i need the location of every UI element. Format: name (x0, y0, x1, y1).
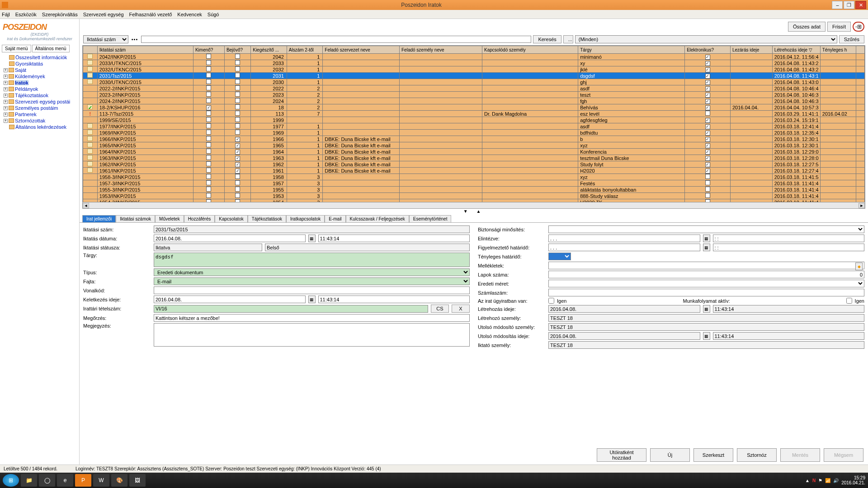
detail-tab[interactable]: Tájékoztatások (248, 215, 286, 222)
col-header[interactable]: Lezárás ideje (730, 46, 772, 54)
table-row[interactable]: 1964/INKP/2015✓19641DBKE: Duna Bicske kf… (83, 149, 865, 155)
table-row[interactable]: 2030/UTKNC/201520301ghj✓2016.04.08. 11:4… (83, 79, 865, 85)
table-row[interactable]: 2032/UTKNC/201520321jklé✓2016.04.08. 11:… (83, 66, 865, 73)
tree-label[interactable]: Küldemények (15, 74, 45, 79)
table-row[interactable]: 1969/INKP/201519691bdfhidtu✓2016.03.18. … (83, 130, 865, 136)
expand-icon[interactable]: + (4, 75, 8, 79)
megjegyzes-field[interactable] (154, 323, 470, 347)
storno-button[interactable]: Sztornóz (737, 448, 777, 462)
menu-szervezeti egység[interactable]: Szervezeti egység (83, 12, 124, 17)
table-row[interactable]: 18-2/KSHUP/2016✓182Behívás✓2016.04.04.20… (83, 104, 865, 111)
expand-icon[interactable]: + (4, 81, 8, 85)
pin-button[interactable]: -⊞ (853, 22, 864, 32)
menu-kedvencek[interactable]: Kedvencek (177, 12, 202, 17)
calendar-icon[interactable]: ▦ (703, 305, 710, 313)
table-row[interactable]: 2023-2/INKP/201520232teszt✓2016.04.08. 1… (83, 92, 865, 98)
table-row[interactable]: 1965/INKP/2015✓19651DBKE: Duna Bicske kf… (83, 142, 865, 149)
table-row[interactable]: 1966/INKP/2015✓19661DBKE: Duna Bicske kf… (83, 136, 865, 142)
table-row[interactable]: 1957-3/INKP/201519573Festés2016.03.18. 1… (83, 180, 865, 187)
tree-node[interactable]: +Szervezeti egység postái (2, 99, 77, 105)
figyelmezt-date[interactable] (548, 244, 700, 251)
table-row[interactable]: 2031/Tsz/201520311dsgdsf✓2016.04.08. 11:… (83, 73, 865, 79)
col-header[interactable]: Feladó személy neve (400, 46, 482, 54)
tab-sajat-menu[interactable]: Saját menü (2, 45, 31, 52)
refresh-button[interactable]: Frissít (827, 22, 851, 32)
detail-tab[interactable]: Irat jellemzői (82, 215, 116, 222)
col-header[interactable]: Tárgy (578, 46, 685, 54)
tree-label[interactable]: Saját (15, 67, 26, 73)
tree-node[interactable]: +Küldemények (2, 73, 77, 80)
tree-node[interactable]: +Tájékoztatások (2, 92, 77, 99)
elintezve-date[interactable] (548, 235, 700, 242)
menu-fájl[interactable]: Fájl (2, 12, 10, 17)
col-header[interactable]: Iktatási szám (97, 46, 193, 54)
mellekletek-field[interactable]: ◆ (548, 262, 864, 269)
grid-scrollbar[interactable]: ◄ ► (83, 202, 865, 208)
table-row[interactable]: !113-7/Tsz/20151137Dr. Dank Magdolnaesz … (83, 111, 865, 117)
lapok-field[interactable] (548, 271, 864, 278)
edit-button[interactable]: Szerkeszt (693, 448, 733, 462)
tb-explorer[interactable]: 📁 (21, 474, 37, 487)
tree-node[interactable]: +Sztornózottak (2, 117, 77, 124)
table-row[interactable]: 2033/UTKNC/201520331xy✓2016.04.08. 11:43… (83, 60, 865, 66)
megorzes-field[interactable] (154, 314, 470, 322)
maximize-button[interactable]: ❐ (844, 1, 854, 9)
calendar-icon[interactable]: ▦ (703, 235, 710, 242)
tab-altalanos-menu[interactable]: Általános menü (32, 45, 70, 52)
tree-label[interactable]: Sztornózottak (15, 118, 45, 123)
expand-icon[interactable]: + (4, 87, 8, 91)
tree-node[interactable]: +Példányok (2, 86, 77, 92)
keletkezes-ido-field[interactable] (318, 296, 470, 303)
tb-chrome[interactable]: ◯ (39, 474, 55, 487)
detail-tab[interactable]: Eseménytörténet (409, 215, 452, 222)
tree-label[interactable]: Személyes postáim (15, 105, 58, 111)
table-row[interactable]: 1955-3/INKP/201519553aláiktatás bonyolul… (83, 187, 865, 193)
splitter-arrows[interactable]: ▼ ▲ (80, 209, 868, 214)
filter-button[interactable]: Szűrés (839, 35, 864, 43)
vonalkod-field[interactable] (154, 286, 470, 294)
tray-n-icon[interactable]: N (812, 478, 816, 483)
table-row[interactable]: 2022-2/INKP/201520222asdf✓2016.04.08. 10… (83, 85, 865, 92)
tb-poszeidon[interactable]: P (75, 474, 91, 487)
tree-node[interactable]: Összesített információk (2, 54, 77, 61)
tb-photos[interactable]: 🖼 (129, 474, 146, 487)
table-header[interactable]: Iktatási számKimenő?Bejövő?Kiegészítő ..… (83, 46, 865, 54)
all-data-button[interactable]: Összes adat (788, 22, 826, 32)
detail-tab[interactable]: Műveletek (155, 215, 184, 222)
tree-node[interactable]: +Iratok (2, 80, 77, 86)
close-button[interactable]: ✕ (855, 1, 866, 9)
col-header[interactable]: Alszám 2-től (287, 46, 323, 54)
col-header[interactable]: Kiegészítő ... (251, 46, 287, 54)
table-row[interactable]: 2042/INKP/201520421minimanó✓2016.04.12. … (83, 54, 865, 60)
expand-icon[interactable]: + (4, 100, 8, 104)
start-button[interactable]: ⊞ (3, 474, 19, 487)
col-header[interactable]: Tényleges h (820, 46, 856, 54)
table-row[interactable]: 1961/INKP/2015✓19611DBKE: Duna Bicske kf… (83, 168, 865, 174)
col-header[interactable]: Kimenő? (193, 46, 224, 54)
szamlaszam-field[interactable] (548, 289, 864, 296)
new-button[interactable]: Új (650, 448, 690, 462)
table-row[interactable]: 1999/SE/20151999agfdesgfdeg✓2016.03.24. … (83, 117, 865, 123)
detail-tab[interactable]: E-mail (325, 215, 345, 222)
cs-button[interactable]: CS (431, 305, 449, 313)
tree-node[interactable]: +Partnerek (2, 111, 77, 117)
tree-node[interactable]: +Saját (2, 67, 77, 73)
tray-net-icon[interactable]: 📶 (825, 478, 830, 483)
attachments-icon[interactable]: ◆ (855, 263, 863, 270)
tree-node[interactable]: Általános lekérdezések (2, 124, 77, 130)
calendar-icon[interactable]: ▦ (308, 235, 316, 242)
col-header[interactable]: Feladó szervezet neve (323, 46, 400, 54)
menu-súgó[interactable]: Súgó (208, 12, 219, 17)
table-row[interactable]: 1963/INKP/2015✓19631DBKE: Duna Bicske kf… (83, 155, 865, 161)
detail-tab[interactable]: Kulcsszavak / Feljegyzések (346, 215, 409, 222)
col-header[interactable] (83, 46, 98, 54)
biztonsag-select[interactable] (548, 225, 864, 233)
menu-eszközök[interactable]: Eszközök (15, 12, 37, 17)
scroll-left-icon[interactable]: ◄ (83, 203, 89, 208)
eredeti-select[interactable] (548, 280, 864, 287)
calendar-icon[interactable]: ▦ (703, 244, 710, 251)
tray-flag-icon[interactable]: ⚑ (818, 478, 822, 483)
targy-field[interactable]: dsgdsf (154, 253, 470, 267)
tree-label[interactable]: Példányok (15, 86, 38, 92)
table-row[interactable]: 1958-3/INKP/201519583xyz2016.03.18. 11:4… (83, 174, 865, 180)
